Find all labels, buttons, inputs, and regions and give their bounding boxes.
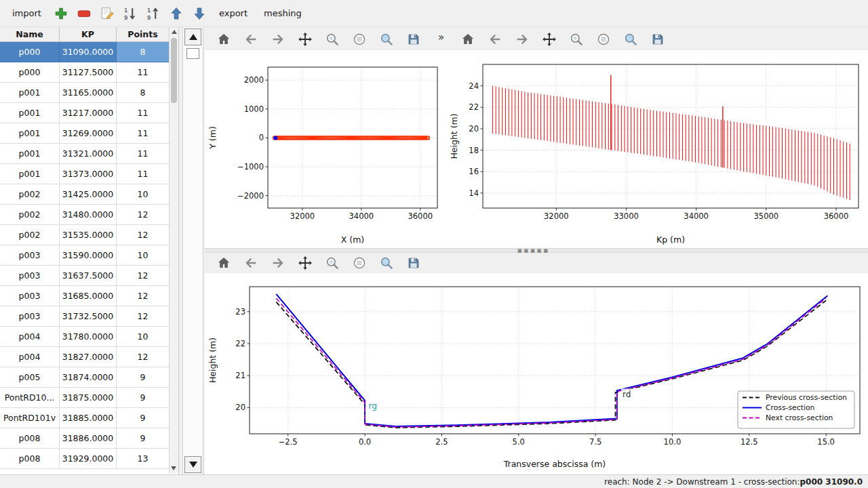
table-cell-kp[interactable]: 31885.0000: [60, 408, 117, 428]
customize-button[interactable]: [376, 30, 397, 49]
table-cell-name[interactable]: p008: [0, 449, 60, 469]
forward-button[interactable]: [511, 30, 532, 49]
table-cell-kp[interactable]: 31090.0000: [60, 42, 117, 62]
table-cell-name[interactable]: p002: [0, 184, 60, 205]
table-row[interactable]: p00031090.00008: [0, 42, 178, 62]
longitudinal-profile-figure[interactable]: 3200033000340003500036000141618202224Kp …: [448, 50, 868, 248]
scroll-down-button[interactable]: [184, 456, 201, 473]
zoom-button[interactable]: [321, 253, 342, 272]
zoom-button[interactable]: [321, 30, 342, 49]
home-button[interactable]: [457, 30, 478, 49]
table-cell-points[interactable]: 12: [117, 266, 170, 286]
zoom-button[interactable]: [566, 30, 587, 49]
table-row[interactable]: p00131373.000011: [0, 164, 178, 184]
remove-button[interactable]: [74, 3, 94, 24]
table-cell-kp[interactable]: 31780.0000: [60, 327, 117, 347]
table-cell-name[interactable]: p005: [0, 367, 60, 388]
table-row[interactable]: p00431780.000010: [0, 327, 178, 347]
table-cell-name[interactable]: p001: [0, 83, 60, 103]
table-cell-name[interactable]: p000: [0, 42, 60, 62]
table-cell-kp[interactable]: 31590.0000: [60, 245, 117, 266]
sort-ascending-button[interactable]: 19: [120, 3, 140, 24]
table-cell-kp[interactable]: 31732.5000: [60, 306, 117, 327]
table-cell-points[interactable]: 11: [117, 103, 170, 123]
table-row[interactable]: p00031127.500011: [0, 62, 178, 83]
table-cell-name[interactable]: p002: [0, 225, 60, 245]
table-cell-kp[interactable]: 31535.0000: [60, 225, 117, 245]
pan-button[interactable]: [294, 30, 315, 49]
table-cell-points[interactable]: 10: [117, 245, 170, 266]
table-cell-name[interactable]: p003: [0, 306, 60, 327]
table-cell-kp[interactable]: 31929.0000: [60, 449, 117, 469]
table-cell-points[interactable]: 11: [117, 62, 170, 83]
back-button[interactable]: [240, 253, 261, 272]
table-cell-points[interactable]: 9: [117, 408, 170, 428]
add-button[interactable]: [51, 3, 71, 24]
table-cell-name[interactable]: p004: [0, 327, 60, 347]
table-cell-kp[interactable]: 31637.5000: [60, 266, 117, 286]
table-cell-points[interactable]: 9: [117, 367, 170, 388]
table-cell-kp[interactable]: 31886.0000: [60, 428, 117, 449]
table-cell-kp[interactable]: 31217.0000: [60, 103, 117, 123]
back-button[interactable]: [484, 30, 505, 49]
import-button[interactable]: import: [5, 5, 48, 22]
table-cell-points[interactable]: 11: [117, 144, 170, 164]
table-row[interactable]: p00131165.00008: [0, 83, 178, 103]
scroll-down-arrow-icon[interactable]: [171, 466, 176, 470]
table-row[interactable]: p00831886.00009: [0, 428, 178, 449]
subplots-button[interactable]: [593, 30, 614, 49]
subplots-button[interactable]: [349, 253, 370, 272]
table-row[interactable]: PontRD101v31885.00009: [0, 408, 178, 428]
column-header-name[interactable]: Name: [0, 27, 60, 42]
table-cell-kp[interactable]: 31127.5000: [60, 62, 117, 83]
table-cell-kp[interactable]: 31685.0000: [60, 286, 117, 306]
table-cell-points[interactable]: 11: [117, 123, 170, 144]
meshing-button[interactable]: meshing: [257, 5, 309, 22]
sort-descending-button[interactable]: 19: [143, 3, 163, 24]
table-row[interactable]: p00231425.000010: [0, 184, 178, 205]
table-cell-points[interactable]: 13: [117, 449, 170, 469]
table-cell-name[interactable]: p004: [0, 347, 60, 367]
table-cell-name[interactable]: PontRD101v: [0, 408, 60, 428]
table-cell-kp[interactable]: 31321.0000: [60, 144, 117, 164]
table-cell-kp[interactable]: 31373.0000: [60, 164, 117, 184]
save-button[interactable]: [403, 253, 424, 272]
home-button[interactable]: [213, 30, 234, 49]
toolbar-overflow-button[interactable]: »: [438, 31, 444, 43]
table-row[interactable]: p00431827.000012: [0, 347, 178, 367]
table-cell-name[interactable]: p008: [0, 428, 60, 449]
move-up-button[interactable]: [166, 3, 186, 24]
table-scrollbar[interactable]: [169, 27, 178, 473]
table-cell-points[interactable]: 12: [117, 347, 170, 367]
list-scrollbar[interactable]: [182, 27, 203, 474]
table-row[interactable]: p00531874.00009: [0, 367, 178, 388]
table-cell-points[interactable]: 8: [117, 42, 170, 62]
cross-section-figure[interactable]: rgrd−2.50.02.55.07.510.012.515.020212223…: [206, 273, 867, 472]
table-cell-points[interactable]: 10: [117, 327, 170, 347]
table-row[interactable]: p00131321.000011: [0, 144, 178, 164]
table-cell-points[interactable]: 12: [117, 306, 170, 327]
table-cell-kp[interactable]: 31165.0000: [60, 83, 117, 103]
table-cell-name[interactable]: p001: [0, 103, 60, 123]
plan-view-figure[interactable]: 320003400036000−2000−1000010002000X (m)Y…: [206, 50, 446, 248]
table-cell-kp[interactable]: 31480.0000: [60, 205, 117, 225]
edit-button[interactable]: [97, 3, 117, 24]
table-cell-points[interactable]: 12: [117, 286, 170, 306]
back-button[interactable]: [240, 30, 261, 49]
table-row[interactable]: p00331637.500012: [0, 266, 178, 286]
table-cell-kp[interactable]: 31269.0000: [60, 123, 117, 144]
table-row[interactable]: p00331685.000012: [0, 286, 178, 306]
table-scrollbar-thumb[interactable]: [171, 38, 177, 103]
table-cell-name[interactable]: p003: [0, 266, 60, 286]
table-row[interactable]: p00831929.000013: [0, 449, 178, 469]
forward-button[interactable]: [267, 253, 288, 272]
scroll-up-arrow-icon[interactable]: [172, 30, 177, 34]
pan-button[interactable]: [294, 253, 315, 272]
save-button[interactable]: [647, 30, 668, 49]
table-cell-kp[interactable]: 31827.0000: [60, 347, 117, 367]
table-row[interactable]: p00331590.000010: [0, 245, 178, 266]
table-row[interactable]: p00131269.000011: [0, 123, 178, 144]
table-cell-name[interactable]: p003: [0, 286, 60, 306]
export-button[interactable]: export: [212, 5, 254, 22]
table-cell-kp[interactable]: 31874.0000: [60, 367, 117, 388]
